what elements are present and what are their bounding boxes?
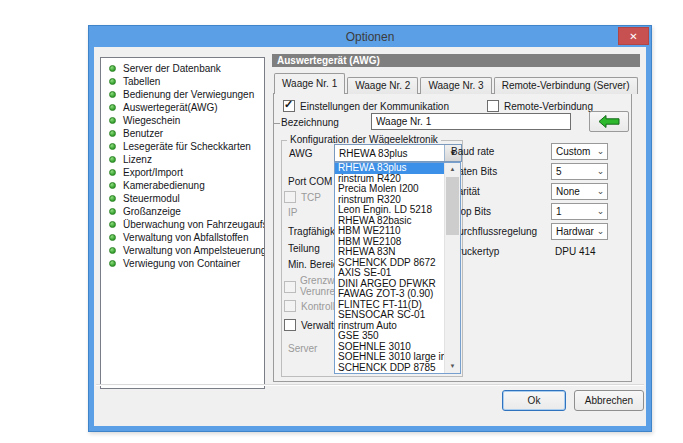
sidebar-item-label: Großanzeige: [123, 205, 181, 218]
dropdown-option[interactable]: DINI ARGEO DFWKR: [335, 279, 445, 290]
bullet-icon: [109, 208, 116, 215]
checkbox-box: ✓: [284, 300, 296, 312]
dropdown-option[interactable]: AXIS SE-01: [335, 268, 445, 279]
bullet-icon: [109, 182, 116, 189]
serial-setting-row: Parität None ⌄: [451, 183, 608, 203]
sidebar-item[interactable]: Steuermodul: [101, 192, 264, 205]
sidebar-item[interactable]: Verwaltung von Abfallstoffen: [101, 231, 264, 244]
check-icon: ✓: [284, 98, 293, 111]
remote-connection-checkbox[interactable]: ✓ Remote-Verbindung: [487, 100, 593, 112]
checkbox-label: Remote-Verbindung: [504, 101, 593, 112]
tab[interactable]: Waage Nr. 1: [274, 73, 345, 94]
sidebar-item[interactable]: Verwiegung von Container: [101, 257, 264, 270]
serial-setting-value: Custom: [552, 146, 594, 157]
sidebar-item-label: Überwachung von Fahrzeugaufstellung: [123, 218, 265, 231]
bezeichnung-input[interactable]: [371, 113, 571, 130]
dropdown-option[interactable]: SENSOCAR SC-01: [335, 310, 445, 321]
serial-setting-combo[interactable]: Hardware ⌄: [551, 223, 608, 240]
serial-setting-value: DPU 414: [551, 246, 608, 257]
sidebar-item[interactable]: Verwaltung von Ampelsteuerung: [101, 244, 264, 257]
sidebar-item[interactable]: Tabellen: [101, 75, 264, 88]
sidebar-item-label: Auswertegerät(AWG): [123, 101, 218, 114]
awg-label: AWG: [289, 148, 313, 159]
serial-setting-combo[interactable]: 1 ⌄: [551, 203, 608, 220]
sidebar-item[interactable]: Benutzer: [101, 127, 264, 140]
dropdown-option[interactable]: Leon Engin. LD 5218: [335, 205, 445, 216]
chevron-down-icon: ⌄: [594, 224, 607, 239]
dropdown-option[interactable]: RHEWA 83plus: [335, 163, 445, 174]
scrollbar-thumb[interactable]: [446, 177, 459, 235]
sidebar-item[interactable]: Wiegeschein: [101, 114, 264, 127]
dropdown-option[interactable]: RHEWA 82basic: [335, 216, 445, 227]
bullet-icon: [109, 130, 116, 137]
sidebar-item-label: Verwaltung von Abfallstoffen: [123, 231, 248, 244]
sidebar-item[interactable]: Lizenz: [101, 153, 264, 166]
sidebar-item[interactable]: Auswertegerät(AWG): [101, 101, 264, 114]
sidebar-item-label: Server der Datenbank: [123, 62, 221, 75]
checkbox-box: ✓: [284, 319, 296, 331]
bullet-icon: [109, 78, 116, 85]
dropdown-option[interactable]: SOEHNLE 3010 large inc: [335, 352, 445, 363]
serial-setting-combo[interactable]: DPU 414 ⌄: [551, 243, 608, 260]
dropdown-option[interactable]: rinstrum Auto: [335, 321, 445, 332]
communication-settings-checkbox[interactable]: ✓ Einstellungen der Kommunikation: [283, 100, 449, 112]
serial-setting-value: Hardware: [552, 226, 594, 237]
close-icon: ✕: [629, 31, 637, 42]
sidebar-item-label: Export/Import: [123, 166, 183, 179]
kontrolle-checkbox: ✓ Kontrolle: [284, 300, 340, 312]
tab[interactable]: Remote-Verbindung (Server): [494, 77, 638, 94]
dropdown-option[interactable]: rinstrum R420: [335, 174, 445, 185]
revert-button[interactable]: [589, 111, 629, 132]
dropdown-option[interactable]: FAWAG ZOT-3 (0.90): [335, 289, 445, 300]
sidebar-item[interactable]: Lesegeräte für Scheckkarten: [101, 140, 264, 153]
sidebar-item-label: Verwiegung von Container: [123, 257, 240, 270]
category-listbox[interactable]: Server der Datenbank Tabellen Bedienung …: [100, 57, 265, 389]
serial-setting-combo[interactable]: None ⌄: [551, 183, 608, 200]
awg-combobox[interactable]: RHEWA 83plus ▼: [334, 144, 462, 162]
chevron-down-icon: ⌄: [594, 204, 607, 219]
serial-setting-combo[interactable]: 5 ⌄: [551, 163, 608, 180]
ok-button[interactable]: Ok: [502, 390, 566, 411]
serial-setting-row: Baud rate Custom ⌄: [451, 143, 608, 163]
bullet-icon: [109, 234, 116, 241]
titlebar[interactable]: Optionen: [89, 26, 651, 47]
dropdown-option[interactable]: GSE 350: [335, 331, 445, 342]
sidebar-item[interactable]: Kamerabedienung: [101, 179, 264, 192]
dropdown-scrollbar[interactable]: ▲ ▼: [444, 163, 460, 373]
dropdown-option[interactable]: rinstrum R320: [335, 195, 445, 206]
dropdown-option[interactable]: SCHENCK DDP 8785: [335, 363, 445, 374]
scroll-down-icon[interactable]: ▼: [445, 360, 460, 373]
dropdown-option[interactable]: SCHENCK DDP 8672: [335, 258, 445, 269]
checkbox-box: ✓: [283, 100, 295, 112]
dropdown-option[interactable]: HBM WE2108: [335, 237, 445, 248]
chevron-down-icon: ⌄: [594, 164, 607, 179]
bullet-icon: [109, 65, 116, 72]
serial-setting-label: Baud rate: [451, 146, 494, 157]
close-button[interactable]: ✕: [618, 27, 649, 45]
checkbox-label: Einstellungen der Kommunikation: [300, 101, 449, 112]
sidebar-item[interactable]: Bedienung der Verwiegungen: [101, 88, 264, 101]
sidebar-item[interactable]: Überwachung von Fahrzeugaufstellung: [101, 218, 264, 231]
scroll-up-icon[interactable]: ▲: [445, 163, 460, 176]
dropdown-option[interactable]: FLINTEC FT-11(D): [335, 300, 445, 311]
sidebar-item[interactable]: Export/Import: [101, 166, 264, 179]
dropdown-option[interactable]: SOEHNLE 3010: [335, 342, 445, 353]
ip-label: IP: [288, 207, 297, 218]
sidebar-item-label: Steuermodul: [123, 192, 180, 205]
checkbox-box: ✓: [284, 281, 296, 293]
bullet-icon: [109, 247, 116, 254]
tab[interactable]: Waage Nr. 2: [347, 77, 418, 94]
dropdown-option[interactable]: Precia Molen I200: [335, 184, 445, 195]
sidebar-item[interactable]: Server der Datenbank: [101, 62, 264, 75]
sidebar-item-label: Verwaltung von Ampelsteuerung: [123, 244, 265, 257]
bullet-icon: [109, 143, 116, 150]
checkbox-box: ✓: [487, 100, 499, 112]
cancel-button[interactable]: Abbrechen: [574, 390, 644, 411]
serial-setting-combo[interactable]: Custom ⌄: [551, 143, 608, 160]
tab[interactable]: Waage Nr. 3: [420, 77, 491, 94]
dropdown-option[interactable]: HBM WE2110: [335, 226, 445, 237]
dropdown-option[interactable]: RHEWA 83N: [335, 247, 445, 258]
serial-settings: Baud rate Custom ⌄ Daten Bits 5 ⌄: [451, 143, 608, 263]
sidebar-item[interactable]: Großanzeige: [101, 205, 264, 218]
bullet-icon: [109, 195, 116, 202]
